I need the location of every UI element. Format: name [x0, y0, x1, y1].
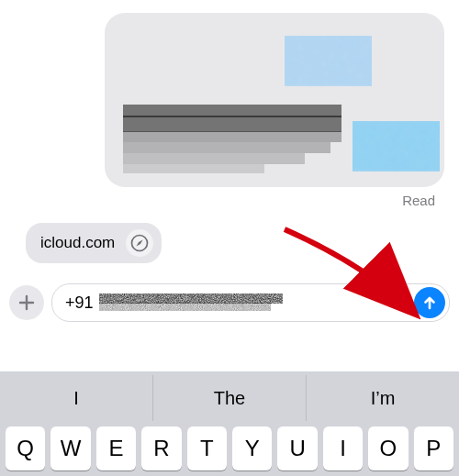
redacted-image-icon [285, 36, 372, 86]
key-r[interactable]: R [141, 426, 181, 470]
svg-rect-4 [123, 143, 311, 152]
prediction-2[interactable]: The [152, 375, 306, 421]
message-prefix: +91 [65, 293, 94, 313]
svg-rect-6 [123, 165, 252, 172]
message-input[interactable]: +91 [51, 283, 450, 322]
redacted-text-icon [123, 105, 341, 176]
plus-icon [18, 294, 35, 311]
read-receipt: Read [9, 187, 450, 208]
arrow-up-icon [421, 294, 438, 311]
svg-point-0 [286, 38, 369, 83]
prediction-1[interactable]: I [0, 375, 152, 421]
key-q[interactable]: Q [6, 426, 45, 470]
redacted-number-icon [99, 292, 283, 314]
send-button[interactable] [414, 287, 445, 318]
svg-rect-10 [99, 304, 255, 310]
svg-rect-3 [123, 132, 325, 141]
redacted-blob-icon [353, 121, 440, 172]
link-preview-chip[interactable]: icloud.com [26, 223, 162, 263]
compose-row: +91 [0, 263, 459, 322]
safari-compass-icon [126, 229, 153, 257]
keyboard: I The I’m Q W E R T Y U I O P [0, 371, 459, 476]
key-y[interactable]: Y [232, 426, 272, 470]
key-i[interactable]: I [323, 426, 363, 470]
key-t[interactable]: T [187, 426, 227, 470]
svg-rect-2 [123, 117, 341, 130]
svg-point-7 [354, 123, 437, 169]
outgoing-message-bubble[interactable] [105, 13, 444, 187]
key-e[interactable]: E [96, 426, 136, 470]
svg-rect-1 [123, 105, 341, 116]
svg-rect-5 [123, 154, 288, 163]
add-attachment-button[interactable] [9, 285, 44, 320]
key-u[interactable]: U [277, 426, 317, 470]
svg-rect-9 [99, 294, 283, 303]
prediction-3[interactable]: I’m [306, 375, 459, 421]
key-p[interactable]: P [414, 426, 453, 470]
link-domain-label: icloud.com [40, 234, 115, 252]
key-o[interactable]: O [368, 426, 408, 470]
key-w[interactable]: W [50, 426, 90, 470]
